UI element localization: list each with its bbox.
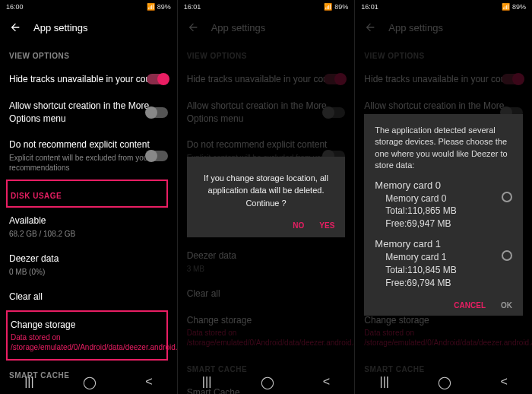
page-title: App settings — [33, 22, 88, 33]
storage-option-1[interactable]: Memory card 1 Memory card 1 Total:110,84… — [375, 238, 512, 289]
dialog-overlay: If you change storage location, all appl… — [178, 0, 355, 394]
cancel-button[interactable]: CANCEL — [454, 301, 486, 310]
dialog-intro: The application detected several storage… — [375, 125, 512, 172]
ok-button[interactable]: OK — [501, 301, 512, 310]
nav-bar: ||| ◯ < — [0, 370, 177, 394]
toggle-icon — [147, 74, 168, 84]
confirm-dialog: If you change storage location, all appl… — [187, 157, 346, 238]
deezer-data-item[interactable]: Deezer data 0 MB (0%) — [9, 246, 168, 284]
shortcut-toggle[interactable]: Allow shortcut creation in the More Opti… — [9, 93, 168, 132]
radio-icon — [502, 192, 512, 202]
no-button[interactable]: NO — [293, 221, 304, 230]
home-icon[interactable]: ◯ — [83, 375, 97, 389]
radio-icon — [502, 250, 512, 261]
toggle-icon — [147, 151, 168, 161]
change-storage-button[interactable]: Change storage Data stored on /storage/e… — [6, 310, 168, 361]
toggle-icon — [147, 107, 168, 118]
recents-icon[interactable]: ||| — [24, 375, 33, 389]
storage-option-0[interactable]: Memory card 0 Memory card 0 Total:110,86… — [375, 180, 512, 230]
storage-dialog: The application detected several storage… — [364, 114, 523, 316]
status-bar: 16:00 📶89% — [0, 0, 177, 14]
clear-all-button[interactable]: Clear all — [9, 284, 168, 310]
section-view-options: VIEW OPTIONS — [9, 41, 168, 66]
app-header: App settings — [0, 14, 177, 41]
clock: 16:00 — [6, 3, 24, 11]
status-icons: 📶89% — [147, 3, 171, 11]
hide-tracks-toggle[interactable]: Hide tracks unavailable in your country — [9, 66, 168, 93]
yes-button[interactable]: YES — [319, 221, 334, 230]
back-nav-icon[interactable]: < — [145, 375, 152, 389]
dialog-message: If you change storage location, all appl… — [198, 172, 335, 210]
back-icon[interactable] — [9, 21, 21, 33]
available-item: Available 68.2 GB / 108.2 GB — [9, 208, 168, 246]
section-disk-usage: DISK USAGE — [6, 180, 168, 208]
explicit-toggle[interactable]: Do not recommend explicit content Explic… — [9, 132, 168, 180]
dialog-overlay: The application detected several storage… — [355, 0, 532, 394]
